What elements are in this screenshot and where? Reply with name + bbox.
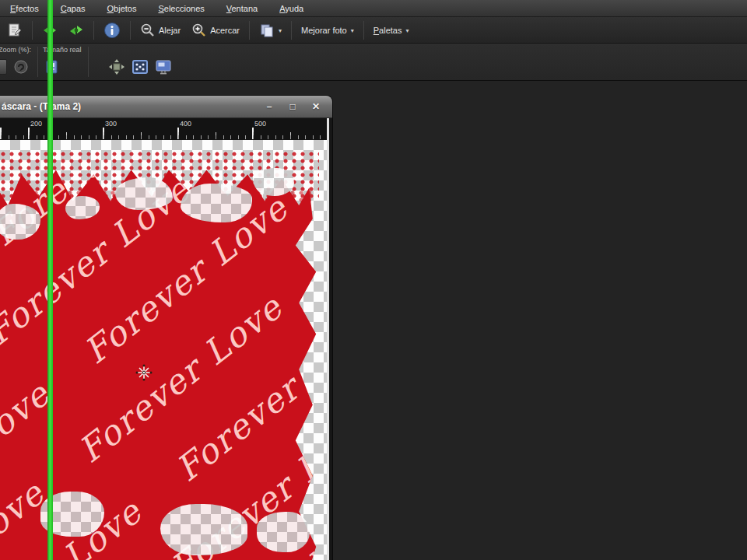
window-inner-edge bbox=[327, 118, 329, 560]
options-separator bbox=[88, 47, 89, 77]
menu-efectos[interactable]: Efectos bbox=[3, 2, 46, 16]
monitor-icon bbox=[155, 58, 172, 75]
toolbar-separator bbox=[130, 21, 131, 40]
menu-capas[interactable]: Capas bbox=[54, 2, 93, 16]
view-group-label-spacer bbox=[93, 45, 173, 55]
document-title: áscara - (Trama 2) bbox=[0, 101, 262, 112]
maximize-button[interactable]: □ bbox=[286, 101, 300, 112]
zoom-in-label: Acercar bbox=[210, 26, 240, 35]
ruler-mark: 500 bbox=[254, 120, 266, 128]
pan-arrows-icon bbox=[108, 58, 125, 75]
minimize-button[interactable]: – bbox=[262, 101, 276, 112]
transparency-hole bbox=[160, 504, 247, 555]
zoom-out-button[interactable]: Alejar bbox=[136, 20, 184, 40]
dropdown-arrow-icon: ▾ bbox=[405, 26, 409, 34]
zoom-out-label: Alejar bbox=[159, 26, 181, 35]
palettes-dropdown[interactable]: Paletas ▾ bbox=[370, 20, 413, 40]
fit-to-window-button[interactable] bbox=[107, 58, 126, 76]
zoom-percent-group: Zoom (%): bbox=[0, 44, 34, 80]
toolbar-separator bbox=[363, 21, 364, 40]
window-controls: – □ ✕ bbox=[262, 101, 332, 112]
toolbar-separator bbox=[32, 21, 33, 40]
frame-dots-icon bbox=[132, 58, 149, 75]
dropdown-arrow-icon: ▾ bbox=[279, 26, 282, 34]
menu-bar: Efectos Capas Objetos Selecciones Ventan… bbox=[0, 0, 747, 17]
zoom-in-button[interactable]: Acercar bbox=[188, 20, 244, 40]
edit-script-button[interactable] bbox=[3, 20, 26, 40]
toolbar-separator bbox=[93, 21, 94, 40]
app-window: Efectos Capas Objetos Selecciones Ventan… bbox=[0, 0, 747, 560]
transparency-hole bbox=[115, 177, 173, 210]
ruler-mark: 300 bbox=[105, 120, 117, 128]
page-pencil-icon bbox=[7, 23, 23, 38]
menu-objetos[interactable]: Objetos bbox=[100, 2, 144, 16]
full-screen-preview-button[interactable] bbox=[154, 58, 173, 76]
transparency-hole bbox=[254, 168, 294, 196]
palettes-label: Paletas bbox=[374, 26, 402, 35]
view-buttons-group bbox=[92, 44, 176, 80]
green-guide-line bbox=[47, 0, 53, 560]
zoom-spinner-cut-icon[interactable] bbox=[0, 59, 7, 75]
fit-to-image-button[interactable] bbox=[131, 58, 149, 76]
magnifier-minus-icon bbox=[140, 23, 155, 37]
green-ribbon-2-icon bbox=[68, 23, 84, 37]
close-button[interactable]: ✕ bbox=[309, 101, 323, 112]
ruler-mark: 400 bbox=[180, 120, 191, 128]
standard-toolbar: Alejar Acercar ▾ Mejora bbox=[0, 17, 747, 44]
dropdown-arrow-icon: ▾ bbox=[351, 26, 354, 34]
transparency-hole bbox=[257, 512, 310, 552]
menu-selecciones[interactable]: Selecciones bbox=[151, 2, 211, 16]
copy-special-button[interactable]: ▾ bbox=[255, 20, 286, 40]
circle-arrow-icon bbox=[13, 59, 29, 75]
ruler-mark: 200 bbox=[30, 120, 42, 128]
tool-cursor-icon bbox=[134, 362, 154, 383]
options-separator bbox=[37, 47, 38, 77]
magnifier-plus-icon bbox=[191, 23, 206, 37]
enhance-photo-label: Mejorar foto bbox=[301, 26, 347, 35]
transparency-hole bbox=[181, 184, 252, 222]
enhance-photo-dropdown[interactable]: Mejorar foto ▾ bbox=[297, 20, 358, 40]
copy-icon bbox=[259, 23, 275, 38]
toolbar-separator bbox=[291, 21, 292, 40]
menu-ayuda[interactable]: Ayuda bbox=[272, 2, 310, 16]
info-icon bbox=[103, 22, 121, 39]
toolbar-separator bbox=[249, 21, 250, 40]
menu-ventana[interactable]: Ventana bbox=[219, 2, 265, 16]
zoom-percent-label: Zoom (%): bbox=[0, 45, 31, 55]
tool-options-palette: Zoom (%): Tamaño real bbox=[0, 44, 747, 81]
info-button[interactable] bbox=[100, 20, 124, 40]
script-toggle-2-button[interactable] bbox=[65, 20, 88, 40]
zoom-reset-button[interactable] bbox=[12, 58, 30, 76]
